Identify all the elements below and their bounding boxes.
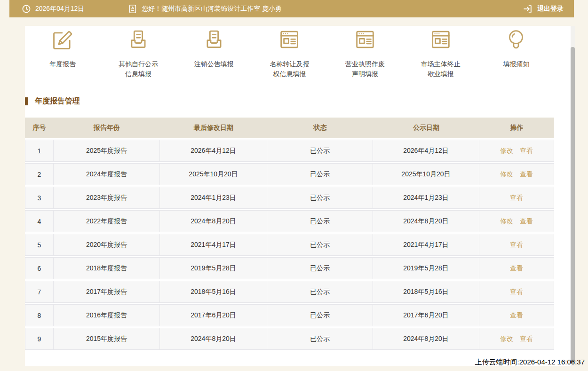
- nav-item-label: 注销公告填报: [194, 59, 234, 69]
- action-view-link[interactable]: 查看: [510, 241, 523, 248]
- table-header-row: 序号报告年份最后修改日期状态公示日期操作: [25, 118, 554, 138]
- nav-item-other-public-info[interactable]: 其他自行公示信息填报: [101, 27, 176, 79]
- status-cell: 已公示: [267, 210, 373, 232]
- published-date-cell: 2024年8月20日: [373, 210, 479, 232]
- modified-date-cell: 2025年10月20日: [160, 163, 267, 185]
- actions-cell: 修改查看: [479, 140, 554, 162]
- modified-date-cell: 2024年1月23日: [160, 187, 267, 209]
- table-row: 92015年度报告2024年8月20日已公示2024年8月20日修改查看: [25, 328, 554, 350]
- row-number-cell: 4: [25, 210, 54, 232]
- column-header: 序号: [25, 118, 54, 138]
- clock-icon: [22, 4, 31, 14]
- section-title-block: 年度报告管理: [25, 96, 80, 106]
- nav-item-label: 年度报告: [49, 59, 76, 69]
- modified-date-cell: 2024年8月20日: [160, 210, 267, 232]
- browser-icon: [429, 27, 453, 54]
- topbar-date: 2026年04月12日: [35, 5, 84, 13]
- published-date-cell: 2019年5月28日: [373, 257, 479, 279]
- row-number-cell: 8: [25, 304, 54, 326]
- nav-item-label: 其他自行公示信息填报: [117, 59, 160, 79]
- nav-item-label: 市场主体终止歇业填报: [419, 59, 462, 79]
- action-view-link[interactable]: 查看: [510, 194, 523, 201]
- status-cell: 已公示: [267, 328, 373, 350]
- status-cell: 已公示: [267, 234, 373, 256]
- nav-item-name-transfer[interactable]: 名称转让及授权信息填报: [252, 27, 327, 79]
- nav-item-business-suspension[interactable]: 市场主体终止歇业填报: [403, 27, 478, 79]
- modified-date-cell: 2017年6月20日: [160, 304, 267, 326]
- actions-cell: 修改查看: [479, 328, 554, 350]
- column-header: 操作: [479, 118, 554, 138]
- table-row: 32023年度报告2024年1月23日已公示2024年1月23日查看: [25, 187, 554, 209]
- status-cell: 已公示: [267, 163, 373, 185]
- table-row: 12025年度报告2026年4月12日已公示2026年4月12日修改查看: [25, 140, 554, 162]
- published-date-cell: 2026年4月12日: [373, 140, 479, 162]
- action-view-link[interactable]: 查看: [510, 311, 523, 319]
- main-content-card: 年度报告 其他自行公示信息填报 注销公告填报 名称转让及授权信息填报: [25, 26, 571, 366]
- bulb-icon: [504, 27, 528, 54]
- browser-icon: [353, 27, 377, 54]
- table-body: 12025年度报告2026年4月12日已公示2026年4月12日修改查看2202…: [25, 140, 554, 350]
- tray-doc-icon: [202, 27, 226, 54]
- report-year-cell: 2024年度报告: [54, 163, 160, 185]
- status-cell: 已公示: [267, 257, 373, 279]
- action-view-link[interactable]: 查看: [520, 170, 533, 178]
- published-date-cell: 2018年5月16日: [373, 281, 479, 303]
- table-row: 42022年度报告2024年8月20日已公示2024年8月20日修改查看: [25, 210, 554, 232]
- report-year-cell: 2023年度报告: [54, 187, 160, 209]
- topbar-date-group: 2026年04月12日: [22, 4, 84, 14]
- vertical-scrollbar-track[interactable]: [571, 26, 575, 366]
- status-cell: 已公示: [267, 140, 373, 162]
- logout-button[interactable]: 退出登录: [523, 4, 564, 14]
- vertical-scrollbar-thumb[interactable]: [571, 47, 575, 363]
- row-number-cell: 1: [25, 140, 54, 162]
- report-year-cell: 2020年度报告: [54, 234, 160, 256]
- page-title: 年度报告管理: [35, 96, 80, 106]
- nav-item-label: 填报须知: [503, 59, 529, 69]
- nav-item-license-void[interactable]: 营业执照作废声明填报: [327, 27, 403, 79]
- action-modify-link[interactable]: 修改: [500, 217, 513, 225]
- annual-report-table: 序号报告年份最后修改日期状态公示日期操作 12025年度报告2026年4月12日…: [25, 116, 554, 351]
- action-view-link[interactable]: 查看: [510, 288, 523, 295]
- function-nav-row: 年度报告 其他自行公示信息填报 注销公告填报 名称转让及授权信息填报: [25, 27, 554, 79]
- edit-icon: [50, 27, 75, 54]
- logout-label: 退出登录: [537, 5, 564, 13]
- id-badge-icon: [128, 4, 137, 14]
- status-cell: 已公示: [267, 281, 373, 303]
- row-number-cell: 6: [25, 257, 54, 279]
- actions-cell: 查看: [479, 304, 554, 326]
- action-modify-link[interactable]: 修改: [500, 147, 513, 154]
- action-modify-link[interactable]: 修改: [500, 335, 513, 342]
- action-view-link[interactable]: 查看: [520, 147, 533, 154]
- row-number-cell: 2: [25, 163, 54, 185]
- action-view-link[interactable]: 查看: [520, 217, 533, 225]
- column-header: 最后修改日期: [160, 118, 267, 138]
- modified-date-cell: 2019年5月28日: [160, 257, 267, 279]
- action-view-link[interactable]: 查看: [520, 335, 533, 342]
- actions-cell: 查看: [479, 281, 554, 303]
- nav-item-annual-report[interactable]: 年度报告: [25, 27, 101, 79]
- actions-cell: 查看: [479, 187, 554, 209]
- published-date-cell: 2024年1月23日: [373, 187, 479, 209]
- published-date-cell: 2024年8月20日: [373, 328, 479, 350]
- modified-date-cell: 2026年4月12日: [160, 140, 267, 162]
- actions-cell: 查看: [479, 234, 554, 256]
- modified-date-cell: 2021年4月17日: [160, 234, 267, 256]
- row-number-cell: 5: [25, 234, 54, 256]
- logout-icon: [523, 4, 533, 14]
- upload-time-text: 上传云端时间:2026-04-12 16:06:37: [475, 358, 585, 367]
- column-header: 报告年份: [54, 118, 160, 138]
- table-row: 72017年度报告2018年5月16日已公示2018年5月16日查看: [25, 281, 554, 303]
- modified-date-cell: 2024年8月20日: [160, 328, 267, 350]
- action-view-link[interactable]: 查看: [510, 264, 523, 272]
- tray-doc-icon: [126, 27, 151, 54]
- actions-cell: 修改查看: [479, 210, 554, 232]
- table-row: 82016年度报告2017年6月20日已公示2017年6月20日查看: [25, 304, 554, 326]
- action-modify-link[interactable]: 修改: [500, 170, 513, 178]
- nav-item-cancellation-notice[interactable]: 注销公告填报: [176, 27, 252, 79]
- browser-icon: [277, 27, 302, 54]
- report-year-cell: 2016年度报告: [54, 304, 160, 326]
- published-date-cell: 2025年10月20日: [373, 163, 479, 185]
- table-row: 62018年度报告2019年5月28日已公示2019年5月28日查看: [25, 257, 554, 279]
- table-row: 52020年度报告2021年4月17日已公示2021年4月17日查看: [25, 234, 554, 256]
- nav-item-filing-notice[interactable]: 填报须知: [478, 27, 554, 79]
